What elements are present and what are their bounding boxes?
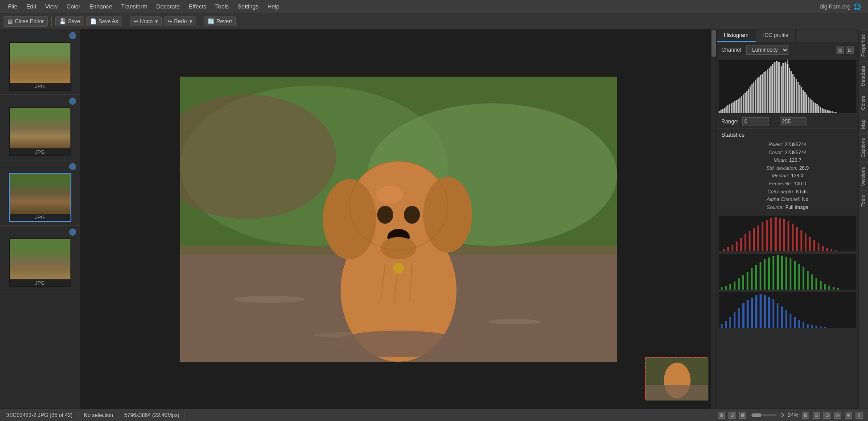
svg-rect-75 <box>801 87 802 113</box>
svg-rect-171 <box>790 314 791 328</box>
redo-button[interactable]: ↪ Redo ▾ <box>164 16 196 26</box>
save-icon: 💾 <box>59 18 66 25</box>
svg-rect-64 <box>781 66 782 113</box>
svg-rect-179 <box>824 327 826 328</box>
tab-icc-profile[interactable]: ICC profile <box>756 29 796 42</box>
range-label: Range: <box>721 119 739 125</box>
status-dimensions: 5796x3864 (22.40Mpx) <box>119 412 185 418</box>
thumbnail-sidebar: JPG JPG JPG <box>0 29 80 409</box>
vtab-versions[interactable]: Versions <box>859 162 868 190</box>
menu-view[interactable]: View <box>41 1 62 12</box>
thumb-image-4 <box>10 239 70 279</box>
range-max-input[interactable] <box>780 117 806 126</box>
svg-rect-152 <box>833 287 835 290</box>
vtab-colors[interactable]: Colors <box>859 91 868 114</box>
svg-rect-164 <box>760 294 762 328</box>
stat-color-depth: Color depth: 8 bits <box>767 188 807 196</box>
save-button[interactable]: 💾 Save <box>55 16 84 26</box>
channel-select[interactable]: Luminosity Red Green Blue Alpha <box>746 45 789 55</box>
range-min-input[interactable] <box>742 117 769 126</box>
svg-rect-163 <box>755 295 757 328</box>
svg-rect-80 <box>810 98 811 113</box>
vtab-captions[interactable]: Captions <box>859 133 868 162</box>
svg-rect-157 <box>729 317 731 328</box>
image-scrollbar-thumb[interactable] <box>712 30 716 57</box>
status-icon-5[interactable]: ⊗ <box>845 412 852 419</box>
zoom-slider-track[interactable] <box>750 414 777 416</box>
svg-rect-89 <box>825 110 827 113</box>
revert-button[interactable]: 🔄 Revert <box>204 16 236 26</box>
menu-edit[interactable]: Edit <box>22 1 41 12</box>
svg-rect-135 <box>760 262 761 290</box>
channel-icon-btn-2[interactable]: ⊡ <box>846 46 854 54</box>
menu-tools[interactable]: Tools <box>211 1 233 12</box>
svg-rect-103 <box>745 234 746 251</box>
svg-rect-46 <box>748 89 749 113</box>
status-icon-4[interactable]: ◎ <box>834 412 841 419</box>
image-area[interactable] <box>80 29 716 409</box>
svg-rect-156 <box>725 321 727 328</box>
navigator-thumbnail[interactable] <box>645 357 708 400</box>
svg-rect-121 <box>822 246 824 251</box>
thumbnail-3[interactable]: JPG <box>9 173 71 222</box>
status-icon-6[interactable]: ℹ <box>856 412 863 419</box>
svg-rect-82 <box>813 102 814 113</box>
svg-rect-61 <box>774 62 776 113</box>
image-scrollbar[interactable] <box>711 29 716 409</box>
status-icon-3[interactable]: ⊡ <box>823 412 831 419</box>
stat-source: Source: Full Image <box>767 204 808 212</box>
undo-button[interactable]: ↩ Undo ▾ <box>130 16 162 26</box>
status-icon-1[interactable]: ⊞ <box>802 412 809 419</box>
menu-effects[interactable]: Effects <box>184 1 211 12</box>
view-actual-button[interactable]: ⊠ <box>739 412 746 419</box>
svg-rect-41 <box>739 98 740 113</box>
svg-rect-55 <box>763 72 765 113</box>
svg-rect-35 <box>729 104 730 113</box>
menu-file[interactable]: File <box>4 1 22 12</box>
svg-rect-92 <box>830 111 831 113</box>
digikam-logo-icon: 🌐 <box>853 3 861 10</box>
svg-rect-86 <box>820 107 821 113</box>
vtab-map[interactable]: Map <box>859 114 868 133</box>
svg-rect-112 <box>783 219 785 251</box>
svg-rect-160 <box>742 303 745 328</box>
zoom-slider-thumb[interactable] <box>752 413 761 417</box>
status-icon-2[interactable]: ⊟ <box>813 412 820 419</box>
thumbnail-2[interactable]: JPG <box>9 107 71 156</box>
thumbnail-4[interactable]: JPG <box>9 238 71 287</box>
svg-rect-170 <box>786 310 787 328</box>
statusbar: DSC03483-2.JPG (25 of 42) No selection 5… <box>0 409 868 421</box>
close-editor-button[interactable]: ⊠ Close Editor <box>4 16 48 27</box>
svg-rect-134 <box>755 265 757 290</box>
svg-rect-117 <box>805 233 806 251</box>
thumbnail-1[interactable]: JPG <box>9 42 71 91</box>
undo-dropdown-arrow[interactable]: ▾ <box>155 18 158 25</box>
vtab-properties[interactable]: Properties <box>859 29 868 61</box>
svg-rect-83 <box>815 103 816 113</box>
menu-decorate[interactable]: Decorate <box>152 1 184 12</box>
menu-transform[interactable]: Transform <box>117 1 152 12</box>
svg-rect-79 <box>808 97 809 113</box>
vtab-tools[interactable]: Tools <box>859 190 868 211</box>
menu-color[interactable]: Color <box>62 1 85 12</box>
stat-alpha-channel: Alpha Channel: No <box>767 196 808 204</box>
channel-icon-btn-1[interactable]: ▤ <box>836 46 844 54</box>
svg-rect-66 <box>785 62 786 113</box>
menu-settings[interactable]: Settings <box>233 1 263 12</box>
svg-rect-127 <box>725 286 727 290</box>
blue-histogram <box>719 292 856 328</box>
main-content: JPG JPG JPG <box>0 29 868 409</box>
tab-histogram[interactable]: Histogram <box>717 29 756 42</box>
save-as-button[interactable]: 📄 Save As <box>86 16 122 26</box>
view-fit-button[interactable]: ⊞ <box>718 412 725 419</box>
svg-rect-73 <box>798 82 799 113</box>
redo-dropdown-arrow[interactable]: ▾ <box>189 18 192 25</box>
svg-rect-54 <box>762 74 763 113</box>
menu-enhance[interactable]: Enhance <box>85 1 116 12</box>
svg-rect-31 <box>722 109 724 113</box>
menu-help[interactable]: Help <box>263 1 284 12</box>
svg-point-11 <box>323 179 376 259</box>
view-zoom-button[interactable]: ⊟ <box>728 412 736 419</box>
vtab-metadata[interactable]: Metadata <box>859 61 868 91</box>
channel-icon-group: ▤ ⊡ <box>836 46 854 54</box>
